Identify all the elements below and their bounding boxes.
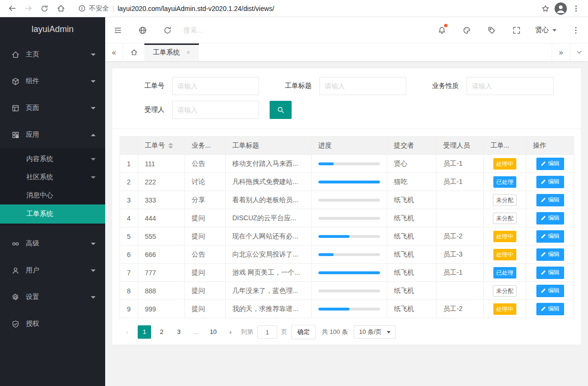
sidebar-item-senior[interactable]: 高级 [0,230,105,257]
chevron-up-icon [91,134,96,136]
edit-label: 编辑 [548,305,560,313]
row-index: 6 [120,246,138,264]
cell-submitter: 贤心 [387,155,436,173]
close-icon[interactable]: × [186,49,190,56]
sidebar-item-users[interactable]: 用户 [0,257,105,284]
col-order-id: 工单号 [138,137,185,155]
progress-bar [318,235,380,238]
home-icon [131,49,138,56]
workorder-table: 工单号 业务... 工单标题 进度 提交者 受理人员 工单... 操作 1 1 [120,136,574,318]
cell-submitter: 纸飞机 [387,191,436,209]
cell-order-title: 向北京公安局投诉了... [226,246,312,264]
more-options-icon[interactable] [563,17,588,43]
notifications-bell-icon[interactable] [429,17,454,43]
sidebar-item-community-system[interactable]: 社区系统 [0,168,105,186]
browser-profile-avatar[interactable] [555,2,567,15]
col-business-type: 业务... [185,137,226,155]
fullscreen-icon[interactable] [504,17,529,43]
page-content: 工单号 工单标题 业务性质 [105,61,588,386]
row-index: 2 [120,173,138,191]
browser-forward-icon[interactable] [21,1,35,16]
page-2[interactable]: 2 [155,325,168,339]
browser-home-icon[interactable] [54,1,68,16]
tabs-dropdown-icon[interactable] [570,43,588,61]
page-1[interactable]: 1 [138,325,151,339]
cell-business-type: 分享 [185,191,226,209]
sidebar-item-message-center[interactable]: 消息中心 [0,186,105,204]
tabs-scroll-right-icon[interactable]: » [552,43,570,61]
edit-button[interactable]: 编辑 [536,176,564,188]
edit-button[interactable]: 编辑 [536,158,564,170]
edit-label: 编辑 [548,250,560,258]
sidebar-item-settings[interactable]: 设置 [0,284,105,311]
goto-label: 到第 [241,328,253,336]
page-10[interactable]: 10 [207,325,220,339]
page-prev-icon[interactable]: ‹ [120,325,134,339]
filter-form: 工单号 工单标题 业务性质 [112,68,581,129]
sidebar-item-apps[interactable]: 应用 [0,121,105,148]
sidebar-item-pages[interactable]: 页面 [0,95,105,121]
row-index: 5 [120,227,138,246]
sidebar-item-authorization[interactable]: 授权 [0,311,105,337]
edit-button[interactable]: 编辑 [536,303,564,315]
tabs-scroll-left-icon[interactable]: « [105,43,123,61]
edit-button[interactable]: 编辑 [536,285,564,297]
cell-submitter: 纸飞机 [387,264,436,282]
app-grid-icon [11,131,20,139]
theme-palette-icon[interactable] [454,17,479,43]
field-label-order-title: 工单标题 [267,82,319,90]
business-type-input[interactable] [467,77,554,95]
tab-home[interactable] [123,43,144,61]
browser-menu-icon[interactable] [569,1,583,16]
sidebar-item-home[interactable]: 主页 [0,41,105,68]
tab-label: 工单系统 [153,48,180,57]
browser-back-icon[interactable] [5,1,19,16]
user-dropdown[interactable]: 贤心 [529,17,563,43]
page-size-value: 10 条/页 [359,328,382,336]
pencil-icon [541,179,546,184]
page-3[interactable]: 3 [172,325,185,339]
table-body: 1 111 公告 移动支付踏入马来西... 贤心 员工-1 处理中 编辑 2 2… [120,155,574,318]
page-next-icon[interactable]: › [224,325,237,339]
edit-button[interactable]: 编辑 [536,230,564,243]
page-size-select[interactable]: 10 条/页 [354,325,396,339]
sidebar-item-content-system[interactable]: 内容系统 [0,150,105,168]
edit-button[interactable]: 编辑 [536,194,564,206]
info-icon[interactable] [78,5,86,12]
edit-button[interactable]: 编辑 [536,267,564,279]
cell-order-title: 看着别人的老板给员... [226,191,312,209]
confirm-button[interactable]: 确定 [291,325,316,339]
col-progress: 进度 [312,137,387,155]
tab-workorder-system[interactable]: 工单系统 × [144,43,199,61]
browser-refresh-icon[interactable] [37,1,52,16]
cell-business-type: 提问 [185,209,226,227]
refresh-icon[interactable] [155,17,180,43]
sort-icon[interactable] [168,143,173,149]
sidebar-item-label: 主页 [26,50,39,59]
search-button[interactable] [270,101,292,119]
collapse-sidebar-icon[interactable] [105,17,130,43]
bookmark-star-icon[interactable] [538,1,553,16]
chevron-down-icon [553,29,556,32]
search-input[interactable] [184,26,279,34]
edit-button[interactable]: 编辑 [536,248,564,261]
order-title-input[interactable] [319,77,406,95]
tag-icon[interactable] [479,17,504,43]
goto-page-input[interactable] [257,325,277,339]
user-icon [11,267,20,275]
search-icon [277,106,284,114]
cell-handler: 员工-2 [436,300,484,318]
edit-button[interactable]: 编辑 [536,212,564,225]
sidebar-item-workorder-system[interactable]: 工单系统 [0,204,105,224]
chevron-down-icon [91,80,96,83]
order-id-input[interactable] [172,77,259,95]
sidebar-item-components[interactable]: 组件 [0,68,105,95]
globe-icon[interactable] [130,17,155,43]
progress-fill [318,181,380,183]
cell-handler: 员工-1 [436,155,484,173]
cell-order-title: 几年没来了，蓝色理... [226,282,312,300]
cell-business-type: 公告 [185,246,226,264]
row-index: 3 [120,191,138,209]
address-bar[interactable]: 不安全 | layui2020.com/layuiAdmin.std-v2020… [74,2,533,15]
handler-input[interactable] [172,101,259,119]
